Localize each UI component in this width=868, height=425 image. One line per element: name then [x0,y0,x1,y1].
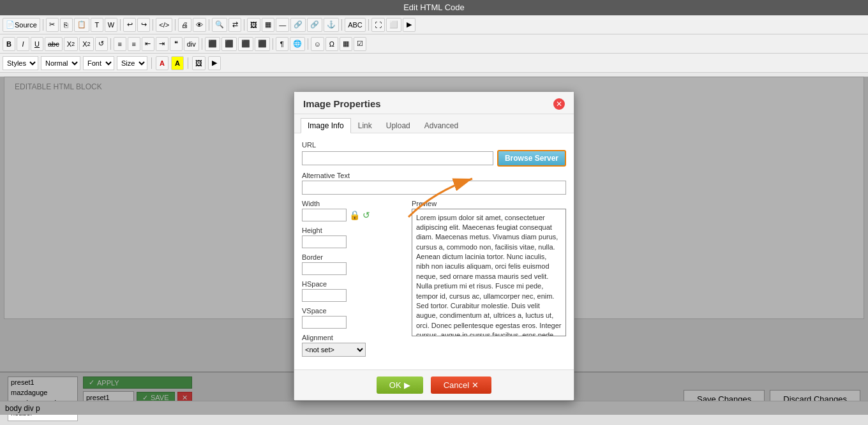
flash-btn2[interactable]: ▦ [340,37,352,51]
italic-button[interactable]: I [17,37,29,51]
code-button[interactable]: </> [156,18,172,32]
source-button[interactable]: 📄 Source [3,18,40,32]
normal-select[interactable]: Normal [41,56,80,70]
align-justify-button[interactable]: ⬛ [255,37,270,51]
anchor-button[interactable]: ⚓ [324,18,339,32]
image-properties-modal: Image Properties ✕ Image Info Link Uploa… [294,91,574,401]
paste-button[interactable]: 📋 [74,18,89,32]
font-select[interactable]: Font [83,56,114,70]
format-sep [151,57,152,69]
separator-1 [43,19,43,31]
link-button[interactable]: 🔗 [290,18,306,32]
browse-server-button[interactable]: Browse Server [497,150,566,167]
preview-label: Preview [412,200,566,207]
pasteimage-button[interactable]: 🖼 [192,56,206,70]
border-input[interactable] [302,262,347,275]
smiley-button[interactable]: ☺ [311,37,324,51]
hr-button[interactable]: ― [276,18,289,32]
lock-icon[interactable]: 🔒 [349,210,360,220]
hspace-input[interactable] [302,289,347,302]
styles-select[interactable]: Styles [3,56,38,70]
bold-button[interactable]: B [3,37,15,51]
find-button[interactable]: 🔍 [212,18,227,32]
creatediv-button[interactable]: div [184,37,199,51]
subscript-button[interactable]: X2 [64,37,78,51]
align-left-button[interactable]: ⬛ [205,37,220,51]
separator-6 [244,19,244,31]
tab-image-info[interactable]: Image Info [301,118,351,133]
alignment-row: Alignment <not set> Left Right Center [302,334,404,357]
indent-button[interactable]: ⇥ [156,37,168,51]
width-input[interactable] [302,209,347,221]
language-button[interactable]: 🌐 [290,37,305,51]
cancel-label: Cancel [444,380,469,390]
copy-button[interactable]: ⎘ [60,18,73,32]
separator-r2-3 [273,38,273,50]
strikethrough-button[interactable]: abc [45,37,63,51]
height-input[interactable] [302,235,347,248]
align-right-button[interactable]: ⬛ [238,37,253,51]
undo-button[interactable]: ↩ [123,18,136,32]
unlink-button[interactable]: 🔗 [307,18,322,32]
properties-columns: Width 🔒 ↺ Height [302,200,566,362]
height-label: Height [302,227,404,234]
alt-text-input[interactable] [302,181,566,195]
modal-title-bar: Image Properties ✕ [294,92,574,114]
width-label: Width [302,200,404,207]
ok-button[interactable]: OK ▶ [377,377,423,394]
superscript-button[interactable]: X2 [79,37,93,51]
removeformat-button[interactable]: ↺ [95,37,108,51]
paste-word-button[interactable]: W [105,18,117,32]
form-button[interactable]: ☑ [354,37,366,51]
separator-7 [341,19,342,31]
vspace-input[interactable] [302,316,347,329]
editor-container: EDITABLE HTML BLOCK body div p Image Pro… [0,77,868,415]
outdent-button[interactable]: ⇤ [142,37,154,51]
preset-item-5[interactable]: map [8,418,77,421]
preview-button[interactable]: 👁 [193,18,206,32]
separator-4 [175,19,176,31]
textcolor-button[interactable]: A [156,56,168,70]
maximize-button[interactable]: ⛶ [371,18,385,32]
reset-size-icon[interactable]: ↺ [363,210,370,220]
preview-row: Preview Lorem ipsum dolor sit amet, cons… [412,200,566,336]
flash-button[interactable]: ▶ [403,18,415,32]
separator-5 [209,19,209,31]
blockquote-button[interactable]: ❝ [170,37,183,51]
bgcolor-button[interactable]: A [171,56,184,70]
modal-title-text: Image Properties [303,98,381,109]
cancel-button[interactable]: Cancel ✕ [431,377,491,394]
print-button[interactable]: 🖨 [178,18,191,32]
bulletlist-button[interactable]: ≡ [128,37,140,51]
modal-tabs: Image Info Link Upload Advanced [294,114,574,133]
url-input[interactable] [302,151,493,165]
cut-button[interactable]: ✂ [46,18,59,32]
alignment-select[interactable]: <not set> Left Right Center [302,343,366,357]
modal-close-button[interactable]: ✕ [553,98,565,110]
table-button[interactable]: ▦ [262,18,274,32]
showblocks-button[interactable]: ⬜ [386,18,401,32]
align-center-button[interactable]: ⬛ [221,37,237,51]
width-row: Width 🔒 ↺ [302,200,404,221]
toolbar-row-2: B I U abc X2 X2 ↺ ≡ ≡ ⇤ ⇥ ❝ div ⬛ ⬛ ⬛ ⬛ … [0,34,868,54]
window-title: Edit HTML Code [403,3,465,12]
image-button[interactable]: 🖼 [247,18,260,32]
spell-button[interactable]: ABC [345,18,366,32]
underline-button[interactable]: U [31,37,43,51]
separator-r2-2 [202,38,202,50]
url-label: URL [302,141,566,149]
specialchar-button[interactable]: Ω [326,37,338,51]
tab-advanced[interactable]: Advanced [417,118,465,133]
bidi-ltr-button[interactable]: ¶ [276,37,288,51]
flash-btn3[interactable]: ▶ [208,56,221,70]
separator-r2-4 [308,38,308,50]
redo-button[interactable]: ↪ [137,18,150,32]
left-column: Width 🔒 ↺ Height [302,200,404,362]
tab-upload[interactable]: Upload [379,118,417,133]
size-select[interactable]: Size [117,56,147,70]
replace-button[interactable]: ⇄ [228,18,241,32]
paste-text-button[interactable]: T [91,18,103,32]
tab-link[interactable]: Link [351,118,379,133]
hspace-label: HSpace [302,280,404,288]
numberedlist-button[interactable]: ≡ [114,37,126,51]
